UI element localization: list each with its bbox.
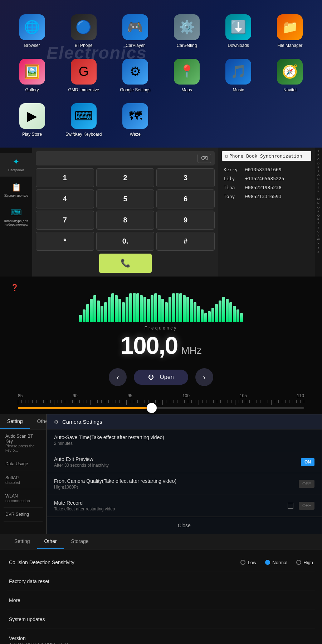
sidebar-setting-softap[interactable]: SoftAP disabled [4, 471, 43, 489]
eq-bar [208, 311, 211, 322]
call-button[interactable]: 📞 [99, 254, 152, 273]
alpha-letter-a[interactable]: A [317, 149, 319, 153]
radio-prev-button[interactable]: ‹ [109, 368, 127, 386]
radio-opt-normal[interactable]: Normal [265, 560, 287, 565]
sidebar-setting-wlan[interactable]: WLAN no connection [4, 489, 43, 508]
alpha-letter-z[interactable]: Z [318, 250, 319, 254]
alpha-letter-s[interactable]: S [317, 221, 319, 225]
alpha-letter-r[interactable]: R [317, 217, 319, 221]
alpha-letter-e[interactable]: E [317, 165, 319, 169]
dial-btn-0dot[interactable]: 0. [96, 232, 155, 251]
radio-opt-high[interactable]: High [296, 560, 313, 565]
app-icon-carsetting[interactable]: ⚙️ CarSetting [162, 11, 212, 52]
toggle-on[interactable]: ON [301, 458, 314, 466]
app-icon-carplayer[interactable]: 🎮 CarPlayer [110, 11, 160, 52]
app-icon-waze[interactable]: 🗺 Waze [110, 100, 160, 140]
app-icon-gmd[interactable]: G GMD Immersive [59, 55, 108, 96]
eq-bar [133, 293, 136, 322]
alpha-letter-n[interactable]: N [317, 201, 319, 205]
ruler-tick [79, 400, 80, 403]
sidebar-setting-audo-scan-bt-key[interactable]: Audo Scan BT Key Please press the key o.… [4, 429, 43, 457]
ruler-tick [72, 400, 73, 403]
sidebar-setting-dvr-setting[interactable]: DVR Setting [4, 508, 43, 522]
alpha-letter-g[interactable]: G [317, 173, 319, 177]
toggle-off[interactable]: OFF [299, 480, 314, 488]
sidebar-setting-label: Audo Scan BT Key [5, 434, 41, 444]
other-tab-storage[interactable]: Storage [64, 534, 96, 549]
alpha-letter-m[interactable]: M [317, 197, 320, 201]
contact-row-kerry[interactable]: Kerry 0013583361669 [222, 165, 311, 174]
camera-settings-title: Camera Settings [62, 419, 102, 425]
sidebar-setting-data-usage[interactable]: Data Usage [4, 457, 43, 471]
dial-btn-4[interactable]: 4 [36, 189, 94, 208]
backspace-button[interactable]: ⌫ [197, 154, 211, 163]
alpha-letter-h[interactable]: H [317, 177, 319, 181]
dial-btn-star[interactable]: * [36, 232, 94, 251]
radio-next-button[interactable]: › [195, 368, 213, 386]
toggle-off-2[interactable]: OFF [299, 502, 314, 510]
app-icon-swiftkey[interactable]: ⌨ SwiftKey Keyboard [59, 100, 108, 140]
ruler-tick [271, 400, 272, 405]
alpha-letter-q[interactable]: Q [317, 213, 319, 217]
close-button[interactable]: Close [178, 523, 191, 528]
app-icon-filemanager[interactable]: 📁 File Manager [265, 11, 315, 52]
alpha-letter-c[interactable]: C [317, 157, 319, 161]
alpha-letter-t[interactable]: T [318, 226, 319, 230]
dial-btn-3[interactable]: 3 [156, 168, 215, 187]
contact-row-lily[interactable]: Lily +1352465685225 [222, 174, 311, 183]
eq-bar [90, 299, 93, 322]
alpha-letter-o[interactable]: O [317, 206, 319, 210]
radio-opt-low[interactable]: Low [240, 560, 256, 565]
app-icon-btphone[interactable]: 🔵 BTPhone [59, 11, 108, 52]
radio-help-icon[interactable]: ❓ [11, 284, 311, 292]
dial-btn-7[interactable]: 7 [36, 211, 94, 230]
sidebar-item-keyboard[interactable]: ⌨ Клавиатура для набора номера [0, 204, 32, 231]
other-tab-setting[interactable]: Setting [7, 534, 37, 549]
alpha-letter-v[interactable]: V [317, 234, 319, 237]
alpha-letter-b[interactable]: B [317, 153, 319, 157]
radio-slider-thumb[interactable] [147, 403, 157, 413]
app-icon-maps[interactable]: 📍 Maps [162, 55, 212, 96]
app-icon-navitel[interactable]: 🧭 Navitel [265, 55, 315, 96]
other-setting-row-more[interactable]: More [7, 591, 315, 610]
radio-slider-track[interactable] [18, 407, 304, 409]
tab-setting[interactable]: Setting [0, 414, 30, 429]
dial-btn-6[interactable]: 6 [156, 189, 215, 208]
checkbox[interactable] [288, 503, 293, 509]
alpha-letter-w[interactable]: W [317, 237, 320, 241]
dial-btn-2[interactable]: 2 [96, 168, 155, 187]
app-icon-music[interactable]: 🎵 Music [214, 55, 263, 96]
dial-btn-5[interactable]: 5 [96, 189, 155, 208]
contact-row-tony[interactable]: Tony 0985213316593 [222, 192, 311, 201]
app-icon-playstore[interactable]: ▶ Play Store [7, 100, 57, 140]
other-setting-row-factory-reset[interactable]: Factory data reset [7, 572, 315, 591]
other-setting-row-system-updates[interactable]: System updates [7, 610, 315, 629]
alpha-letter-j[interactable]: J [318, 186, 319, 189]
swiftkey-label: SwiftKey Keyboard [65, 132, 102, 137]
contact-row-tina[interactable]: Tina 0085221985238 [222, 183, 311, 192]
app-icon-gallery[interactable]: 🖼️ Gallery [7, 55, 57, 96]
alpha-letter-y[interactable]: Y [317, 246, 319, 250]
alpha-letter-l[interactable]: L [318, 193, 319, 197]
app-icon-googlesettings[interactable]: ⚙ Google Settings [110, 55, 160, 96]
dial-btn-hash[interactable]: # [156, 232, 215, 251]
alpha-letter-d[interactable]: D [317, 162, 319, 165]
alpha-letter-u[interactable]: U [317, 230, 319, 234]
dial-btn-8[interactable]: 8 [96, 211, 155, 230]
app-icon-downloads[interactable]: ⬇️ Downloads [214, 11, 263, 52]
eq-bar [226, 299, 229, 322]
sidebar-item-bluetooth[interactable]: ✦ Настройки [0, 153, 32, 177]
app-icon-browser[interactable]: 🌐 Browser [7, 11, 57, 52]
radio-open-button[interactable]: ⏻ Open [134, 370, 188, 385]
alpha-letter-f[interactable]: F [318, 169, 319, 173]
alpha-letter-k[interactable]: K [317, 189, 319, 193]
sidebar-item-calls[interactable]: 📋 Журнал звонков [0, 178, 32, 202]
alpha-letter-p[interactable]: P [317, 210, 319, 213]
alpha-letter-i[interactable]: I [318, 182, 319, 186]
dial-btn-9[interactable]: 9 [156, 211, 215, 230]
eq-bar [179, 293, 182, 322]
dial-btn-1[interactable]: 1 [36, 168, 94, 187]
gmd-icon-img: G [71, 59, 97, 85]
alpha-letter-x[interactable]: X [317, 241, 319, 245]
other-tab-other[interactable]: Other [37, 534, 64, 549]
